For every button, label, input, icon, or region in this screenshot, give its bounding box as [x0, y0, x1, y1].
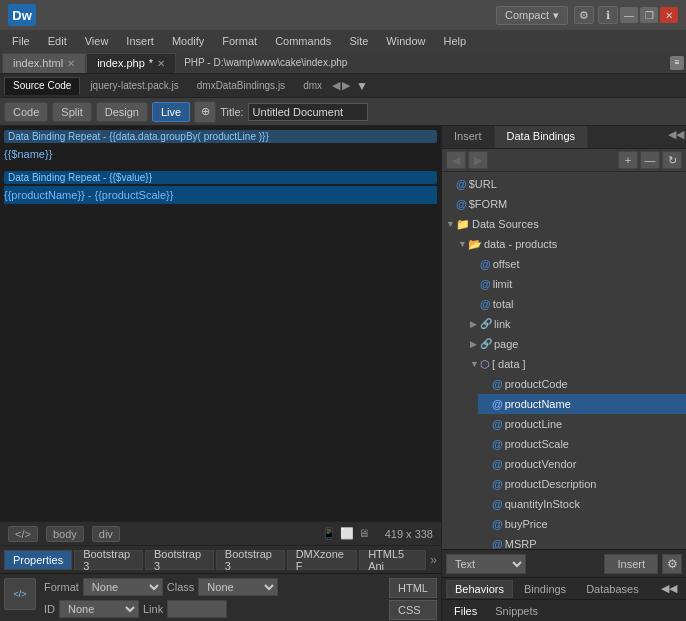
- tree-productscale[interactable]: @ productScale: [478, 434, 686, 454]
- editor-content[interactable]: Data Binding Repeat - {{data.data.groupB…: [0, 126, 441, 521]
- insert-tab[interactable]: Insert: [442, 126, 495, 148]
- workspace-icon[interactable]: ⚙: [574, 6, 594, 24]
- tree-data-products[interactable]: ▼ 📂 data - products: [454, 234, 686, 254]
- tree-total[interactable]: @ total: [466, 294, 686, 314]
- design-button[interactable]: Design: [96, 102, 148, 122]
- tag-body[interactable]: body: [46, 526, 84, 542]
- class-select[interactable]: None: [198, 578, 278, 596]
- tree-productdescription[interactable]: @ productDescription: [478, 474, 686, 494]
- refresh-btn[interactable]: ↻: [662, 151, 682, 169]
- info-icon[interactable]: ℹ: [598, 6, 618, 24]
- live-button[interactable]: Live: [152, 102, 190, 122]
- compact-dropdown[interactable]: Compact ▾: [496, 6, 568, 25]
- expand-right-icon[interactable]: ◀◀: [652, 580, 686, 598]
- at-icon-productname: @: [492, 396, 503, 412]
- at-icon-total: @: [480, 296, 491, 312]
- back-btn[interactable]: ◀: [446, 151, 466, 169]
- tree-limit[interactable]: @ limit: [466, 274, 686, 294]
- tab-dmxzone[interactable]: DMXzone F: [287, 550, 357, 570]
- code-button[interactable]: Code: [4, 102, 48, 122]
- add-btn[interactable]: +: [618, 151, 638, 169]
- tree-msrp[interactable]: @ MSRP: [478, 534, 686, 549]
- at-icon-productdescription: @: [492, 476, 503, 492]
- close-button[interactable]: ✕: [660, 7, 678, 23]
- data-array-icon: ⬡: [480, 356, 490, 372]
- menu-format[interactable]: Format: [214, 33, 265, 49]
- live-options-icon[interactable]: ⊕: [194, 101, 216, 123]
- tab-html-close[interactable]: ✕: [67, 58, 75, 69]
- tree-form[interactable]: @ $FORM: [442, 194, 686, 214]
- tree-data-array[interactable]: ▼ ⬡ [ data ]: [466, 354, 686, 374]
- tab-bootstrap-3[interactable]: Bootstrap 3: [216, 550, 285, 570]
- file-tab-dmx[interactable]: dmxDataBindings.js: [189, 78, 293, 93]
- behaviors-tab[interactable]: Behaviors: [446, 580, 513, 598]
- tab-bootstrap-2[interactable]: Bootstrap 3: [145, 550, 214, 570]
- props-overflow-icon[interactable]: »: [430, 553, 437, 567]
- menu-edit[interactable]: Edit: [40, 33, 75, 49]
- tree-buyprice[interactable]: @ buyPrice: [478, 514, 686, 534]
- tree-url[interactable]: @ $URL: [442, 174, 686, 194]
- mobile-icon[interactable]: 📱: [322, 527, 336, 540]
- repeat2-header: Data Binding Repeat - {{$value}}: [4, 171, 437, 184]
- restore-button[interactable]: ❐: [640, 7, 658, 23]
- insert-options-icon[interactable]: ⚙: [662, 554, 682, 574]
- nav-next-icon[interactable]: ▶: [342, 79, 350, 92]
- forward-btn[interactable]: ▶: [468, 151, 488, 169]
- filter-icon[interactable]: ▼: [356, 79, 368, 93]
- link-input[interactable]: [167, 600, 227, 618]
- bindings-tab[interactable]: Bindings: [515, 580, 575, 598]
- menu-view[interactable]: View: [77, 33, 117, 49]
- insert-type-select[interactable]: Text: [446, 554, 526, 574]
- tag-bracket[interactable]: </>: [8, 526, 38, 542]
- tree-page[interactable]: ▶ 🔗 page: [466, 334, 686, 354]
- desktop-icon[interactable]: 🖥: [358, 527, 369, 540]
- file-tab-dmx2[interactable]: dmx: [295, 78, 330, 93]
- tablet-icon[interactable]: ⬜: [340, 527, 354, 540]
- insert-button[interactable]: Insert: [604, 554, 658, 574]
- snippets-tab[interactable]: Snippets: [487, 603, 546, 619]
- menu-commands[interactable]: Commands: [267, 33, 339, 49]
- tree-offset[interactable]: @ offset: [466, 254, 686, 274]
- tree-productvendor[interactable]: @ productVendor: [478, 454, 686, 474]
- file-tab-jquery[interactable]: jquery-latest.pack.js: [82, 78, 186, 93]
- tree-productline[interactable]: @ productLine: [478, 414, 686, 434]
- menu-insert[interactable]: Insert: [118, 33, 162, 49]
- menu-bar: File Edit View Insert Modify Format Comm…: [0, 30, 686, 52]
- tab-php-close[interactable]: ✕: [157, 58, 165, 69]
- tab-php-label: index.php: [97, 57, 145, 69]
- tree-link[interactable]: ▶ 🔗 link: [466, 314, 686, 334]
- at-icon-limit: @: [480, 276, 491, 292]
- menu-file[interactable]: File: [4, 33, 38, 49]
- tab-index-php[interactable]: index.php * ✕: [86, 53, 176, 73]
- tab-index-html[interactable]: index.html ✕: [2, 53, 86, 73]
- at-icon-form: @: [456, 196, 467, 212]
- format-select[interactable]: None: [83, 578, 163, 596]
- data-bindings-tab[interactable]: Data Bindings: [495, 126, 589, 148]
- files-tab[interactable]: Files: [446, 603, 485, 619]
- menu-help[interactable]: Help: [435, 33, 474, 49]
- id-select[interactable]: None: [59, 600, 139, 618]
- tree-datasources[interactable]: ▼ 📁 Data Sources: [442, 214, 686, 234]
- tab-properties[interactable]: Properties: [4, 550, 72, 570]
- tab-bootstrap-1[interactable]: Bootstrap 3: [74, 550, 143, 570]
- tree-quantityinstock[interactable]: @ quantityInStock: [478, 494, 686, 514]
- html-prop-tab[interactable]: HTML: [389, 578, 437, 598]
- source-code-tab[interactable]: Source Code: [4, 77, 80, 95]
- remove-btn[interactable]: —: [640, 151, 660, 169]
- nav-prev-icon[interactable]: ◀: [332, 79, 340, 92]
- tab-options-icon[interactable]: ≡: [670, 56, 684, 70]
- tag-div[interactable]: div: [92, 526, 120, 542]
- tree-productcode[interactable]: @ productCode: [478, 374, 686, 394]
- menu-site[interactable]: Site: [341, 33, 376, 49]
- menu-window[interactable]: Window: [378, 33, 433, 49]
- properties-row: </> Format None Class None ID: [0, 573, 441, 621]
- css-prop-tab[interactable]: CSS: [389, 600, 437, 620]
- minimize-button[interactable]: —: [620, 7, 638, 23]
- databases-tab[interactable]: Databases: [577, 580, 648, 598]
- menu-modify[interactable]: Modify: [164, 33, 212, 49]
- tree-productname[interactable]: @ productName: [478, 394, 686, 414]
- split-button[interactable]: Split: [52, 102, 91, 122]
- expand-panel-icon[interactable]: ◀◀: [668, 128, 684, 146]
- title-input[interactable]: [248, 103, 368, 121]
- tab-html5ani[interactable]: HTML5 Ani: [359, 550, 426, 570]
